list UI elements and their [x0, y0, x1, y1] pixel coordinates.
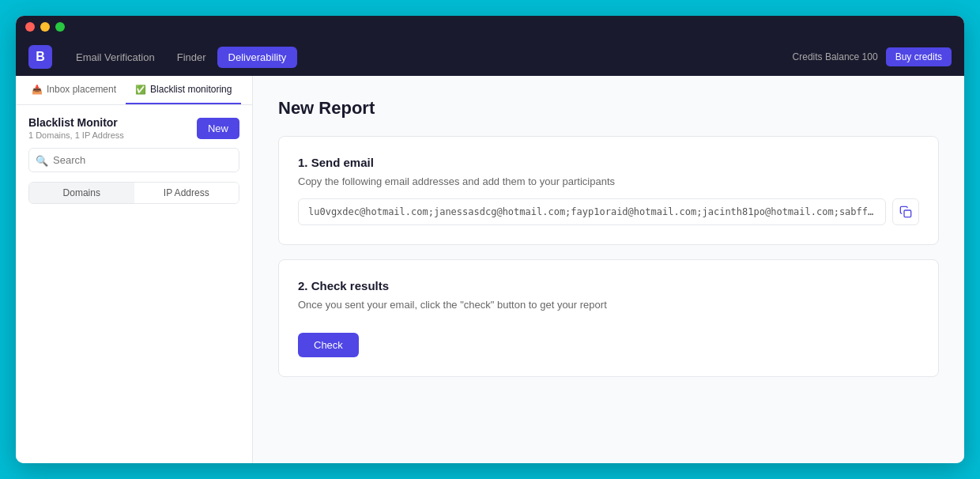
search-input[interactable]	[28, 148, 239, 172]
search-icon: 🔍	[36, 154, 48, 166]
email-input-row: lu0vgxdec@hotmail.com;janessasdcg@hotmai…	[298, 198, 919, 225]
step1-card: 1. Send email Copy the following email a…	[278, 136, 939, 245]
search-box: 🔍	[28, 148, 239, 172]
blacklist-monitor-subtitle: 1 Domains, 1 IP Address	[28, 130, 124, 140]
copy-button[interactable]	[892, 198, 919, 225]
blacklist-monitor-title: Blacklist Monitor	[28, 116, 124, 129]
filter-tabs: Domains IP Address	[28, 182, 239, 204]
tab-inbox-placement[interactable]: 📥 Inbox placement	[22, 76, 126, 104]
tab-blacklist-monitoring[interactable]: ✅ Blacklist monitoring	[126, 76, 241, 104]
minimize-button[interactable]	[40, 22, 50, 32]
inbox-icon: 📥	[32, 85, 43, 95]
filter-tab-ip-address[interactable]: IP Address	[134, 183, 239, 203]
page-title: New Report	[278, 98, 939, 119]
copy-icon	[899, 206, 912, 218]
step2-card: 2. Check results Once you sent your emai…	[278, 259, 939, 377]
nav-finder[interactable]: Finder	[166, 47, 217, 68]
step1-title: 1. Send email	[298, 156, 919, 169]
sidebar-title-area: Blacklist Monitor 1 Domains, 1 IP Addres…	[28, 116, 124, 140]
nav-email-verification[interactable]: Email Verification	[65, 47, 166, 68]
titlebar	[16, 16, 964, 38]
content-area: New Report 1. Send email Copy the follow…	[253, 76, 964, 463]
buy-credits-button[interactable]: Buy credits	[886, 47, 952, 66]
filter-tab-domains[interactable]: Domains	[29, 183, 134, 203]
credits-label: Credits Balance 100	[793, 51, 878, 62]
sidebar-tabs: 📥 Inbox placement ✅ Blacklist monitoring	[16, 76, 252, 105]
new-button[interactable]: New	[197, 118, 239, 139]
tab-blacklist-monitoring-label: Blacklist monitoring	[150, 84, 232, 95]
step1-description: Copy the following email addresses and a…	[298, 175, 919, 187]
tab-inbox-placement-label: Inbox placement	[47, 84, 116, 95]
maximize-button[interactable]	[55, 22, 65, 32]
email-addresses-field: lu0vgxdec@hotmail.com;janessasdcg@hotmai…	[298, 198, 886, 225]
close-button[interactable]	[25, 22, 35, 32]
sidebar-header: Blacklist Monitor 1 Domains, 1 IP Addres…	[16, 105, 252, 148]
app-logo: B	[28, 45, 52, 69]
main-layout: 📥 Inbox placement ✅ Blacklist monitoring…	[16, 76, 964, 463]
sidebar: 📥 Inbox placement ✅ Blacklist monitoring…	[16, 76, 253, 463]
nav-deliverability[interactable]: Deliverability	[217, 47, 298, 68]
step2-description: Once you sent your email, click the "che…	[298, 299, 919, 311]
app-window: B Email Verification Finder Deliverabili…	[16, 16, 964, 463]
svg-rect-0	[904, 210, 911, 217]
check-icon: ✅	[135, 85, 146, 95]
credits-area: Credits Balance 100 Buy credits	[793, 47, 952, 66]
step2-title: 2. Check results	[298, 279, 919, 292]
check-button[interactable]: Check	[298, 333, 359, 357]
navbar: B Email Verification Finder Deliverabili…	[16, 38, 964, 76]
